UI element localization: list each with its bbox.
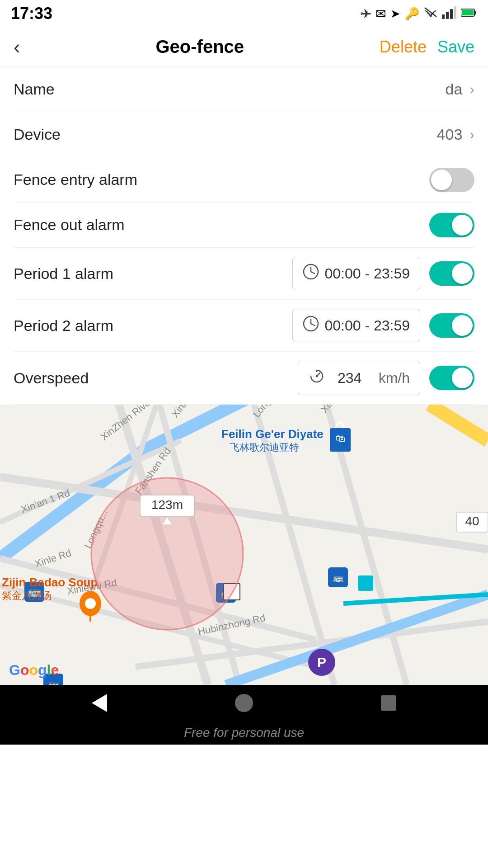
svg-text:飞林歌尔迪亚特: 飞林歌尔迪亚特 — [230, 442, 299, 453]
overspeed-picker[interactable]: 234 km/h — [298, 361, 420, 395]
name-value-group: da › — [446, 80, 474, 98]
fence-out-label: Fence out alarm — [14, 216, 125, 234]
fence-out-toggle-knob — [452, 215, 473, 236]
status-bar: 17:33 ✈ ✉ ➤ 🔑 — [0, 0, 488, 27]
google-logo: Google — [9, 662, 59, 679]
battery-icon — [461, 8, 477, 19]
period2-label: Period 2 alarm — [14, 317, 113, 335]
name-label: Name — [14, 80, 55, 98]
svg-point-0 — [430, 14, 432, 17]
name-value: da — [446, 80, 463, 98]
clock-icon-1 — [303, 264, 319, 283]
period1-time-picker[interactable]: 00:00 - 23:59 — [292, 257, 420, 290]
svg-rect-2 — [442, 14, 445, 19]
period1-label: Period 1 alarm — [14, 265, 113, 283]
svg-text:Zijin Badao Soup: Zijin Badao Soup — [2, 576, 98, 589]
svg-text:P: P — [317, 655, 326, 670]
device-value-group: 403 › — [437, 126, 474, 143]
speed-icon — [308, 368, 325, 388]
overspeed-row: Overspeed 234 km/h — [14, 352, 474, 405]
period2-time-picker[interactable]: 00:00 - 23:59 — [292, 309, 420, 342]
fence-out-row: Fence out alarm — [14, 203, 474, 248]
name-chevron-icon: › — [469, 81, 474, 98]
fence-entry-toggle[interactable] — [429, 168, 474, 192]
save-button[interactable]: Save — [437, 38, 474, 57]
svg-rect-5 — [454, 6, 456, 19]
svg-text:🛍: 🛍 — [335, 433, 345, 444]
svg-text:🚌: 🚌 — [48, 679, 59, 685]
device-label: Device — [14, 126, 61, 143]
status-icons: ✈ ✉ ➤ 🔑 — [361, 6, 477, 21]
wifi-icon — [424, 7, 437, 21]
svg-text:40: 40 — [465, 514, 479, 528]
overspeed-unit: km/h — [379, 370, 410, 387]
home-nav-icon — [235, 694, 253, 712]
clock-icon-2 — [303, 316, 319, 335]
device-value: 403 — [437, 126, 463, 143]
svg-point-16 — [315, 375, 318, 377]
send-icon: ➤ — [390, 7, 400, 21]
period1-toggle-knob — [452, 263, 473, 284]
device-chevron-icon: › — [469, 126, 474, 143]
key-icon: 🔑 — [405, 7, 419, 21]
period1-toggle[interactable] — [429, 261, 474, 286]
watermark-text: Free for personal use — [184, 726, 304, 740]
back-button[interactable]: ‹ — [14, 37, 20, 57]
svg-rect-3 — [446, 12, 449, 19]
watermark: Free for personal use — [0, 721, 488, 745]
recent-nav-icon — [381, 695, 396, 711]
status-time: 17:33 — [11, 4, 52, 23]
nav-bar — [0, 685, 488, 721]
period1-time-value: 00:00 - 23:59 — [324, 265, 410, 282]
svg-point-45 — [85, 598, 96, 609]
map-container[interactable]: XinZhen River Xinlesi St Longjingyi Rd X… — [0, 405, 488, 685]
svg-text:紫金八刀汤: 紫金八刀汤 — [2, 590, 52, 601]
period2-row: Period 2 alarm 00:00 - 23:59 — [14, 300, 474, 352]
header: ‹ Geo-fence Delete Save — [0, 27, 488, 67]
mail-icon: ✉ — [375, 6, 386, 21]
fence-out-toggle[interactable] — [429, 213, 474, 237]
fence-entry-label: Fence entry alarm — [14, 171, 137, 189]
header-actions: Delete Save — [380, 38, 474, 57]
overspeed-toggle[interactable] — [429, 366, 474, 390]
back-nav-button[interactable] — [88, 692, 111, 714]
device-row[interactable]: Device 403 › — [14, 112, 474, 157]
overspeed-toggle-knob — [452, 368, 473, 388]
svg-text:123m: 123m — [151, 498, 183, 512]
fence-entry-row: Fence entry alarm — [14, 157, 474, 203]
page-title: Geo-fence — [155, 37, 244, 57]
period2-toggle[interactable] — [429, 313, 474, 338]
fence-entry-toggle-knob — [431, 170, 452, 190]
svg-text:Feilin Ge'er Diyate: Feilin Ge'er Diyate — [221, 427, 324, 441]
svg-line-14 — [311, 324, 314, 326]
delete-button[interactable]: Delete — [380, 38, 427, 57]
name-row[interactable]: Name da › — [14, 67, 474, 112]
recent-nav-button[interactable] — [377, 692, 400, 714]
svg-text:🚌: 🚌 — [333, 572, 344, 583]
overspeed-label: Overspeed — [14, 369, 89, 387]
svg-rect-7 — [474, 11, 476, 14]
svg-line-11 — [311, 272, 314, 274]
home-nav-button[interactable] — [233, 692, 255, 714]
overspeed-value: 234 — [332, 370, 368, 387]
settings-list: Name da › Device 403 › Fence entry alarm… — [0, 67, 488, 405]
signal-icon — [442, 6, 456, 21]
svg-rect-4 — [450, 9, 453, 19]
period1-row: Period 1 alarm 00:00 - 23:59 — [14, 248, 474, 300]
back-nav-icon — [92, 694, 107, 712]
period2-time-value: 00:00 - 23:59 — [324, 317, 410, 334]
airplane-icon: ✈ — [361, 6, 371, 21]
svg-rect-8 — [462, 10, 474, 15]
period2-toggle-knob — [452, 315, 473, 336]
svg-rect-37 — [358, 576, 373, 591]
